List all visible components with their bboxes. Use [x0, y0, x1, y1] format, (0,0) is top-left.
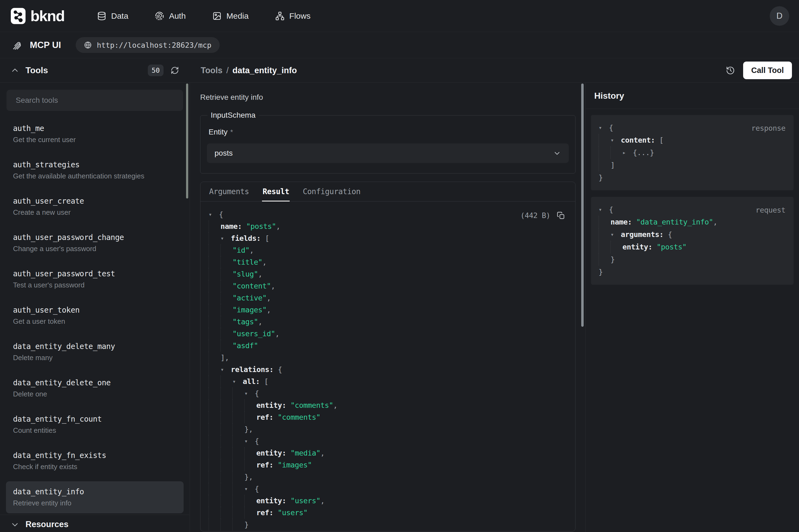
tool-item-data_entity_fn_count[interactable]: data_entity_fn_countCount entities — [6, 408, 184, 441]
tool-item-auth_user_token[interactable]: auth_user_tokenGet a user token — [6, 300, 184, 331]
indent-guide — [221, 483, 232, 495]
history-icon[interactable] — [726, 66, 735, 75]
json-token-punc: {...} — [633, 147, 654, 159]
collapse-toggle-icon[interactable]: ▾ — [221, 364, 231, 376]
indent-guide — [221, 423, 232, 435]
nav-item-flows[interactable]: Flows — [275, 12, 310, 21]
json-token-key: entity: — [256, 447, 290, 459]
tool-item-data_entity_info[interactable]: data_entity_infoRetrieve entity info — [6, 481, 184, 513]
chevron-down-icon — [553, 149, 561, 157]
json-line: name: "data_entity_info", — [598, 216, 786, 228]
indent-guide — [232, 411, 244, 423]
tool-name: auth_user_password_test — [13, 269, 176, 278]
call-tool-button[interactable]: Call Tool — [743, 61, 792, 79]
tool-item-auth_user_password_test[interactable]: auth_user_password_testTest a user's pas… — [6, 263, 184, 295]
indent-guide — [209, 495, 221, 507]
tools-header: Tools 50 — [0, 58, 190, 82]
indent-guide — [221, 387, 232, 399]
sidebar-scrollbar[interactable] — [186, 83, 188, 198]
top-nav: bknd DataAuthMediaFlows D — [0, 0, 799, 32]
network-icon — [275, 12, 285, 21]
collapse-toggle-icon[interactable]: ▾ — [209, 209, 219, 221]
breadcrumb-section[interactable]: Tools — [201, 65, 222, 75]
tool-item-auth_user_password_change[interactable]: auth_user_password_changeChange a user's… — [6, 227, 184, 259]
refresh-icon[interactable] — [171, 66, 179, 75]
resources-section-header[interactable]: Resources — [0, 515, 189, 532]
indent-guide — [598, 228, 610, 241]
indent-guide — [232, 459, 244, 471]
indent-guide — [209, 256, 221, 268]
json-token-key: fields: — [231, 232, 265, 244]
indent-guide — [244, 495, 256, 507]
copy-icon[interactable] — [557, 211, 565, 220]
json-token-punc: }, — [244, 423, 253, 435]
chevron-up-icon[interactable] — [11, 66, 19, 75]
indent-guide — [232, 471, 244, 483]
collapse-toggle-icon[interactable]: ▾ — [244, 387, 255, 399]
nav-item-auth[interactable]: Auth — [155, 12, 186, 21]
tool-item-data_entity_fn_exists[interactable]: data_entity_fn_existsCheck if entity exi… — [6, 445, 184, 477]
mcp-url-pill[interactable]: http://localhost:28623/mcp — [76, 37, 220, 53]
collapse-toggle-icon[interactable]: ▾ — [598, 121, 609, 134]
expand-toggle-icon[interactable]: ▸ — [623, 147, 633, 159]
indent-guide — [232, 423, 244, 435]
json-token-str: "slug" — [232, 268, 258, 280]
history-entry-response[interactable]: response▾{▾content: [▸{...}]} — [591, 115, 794, 190]
collapse-toggle-icon[interactable]: ▾ — [598, 203, 609, 216]
tab-arguments[interactable]: Arguments — [209, 182, 249, 201]
collapse-toggle-icon[interactable]: ▾ — [244, 483, 255, 495]
tool-list: auth_meGet the current userauth_strategi… — [0, 118, 190, 513]
json-line: ▾{ — [209, 209, 567, 221]
json-line: "title", — [209, 256, 567, 268]
tool-item-auth_strategies[interactable]: auth_strategiesGet the available authent… — [6, 154, 184, 186]
json-line: ▾{ — [209, 483, 567, 495]
collapse-toggle-icon[interactable]: ▾ — [610, 228, 621, 241]
json-token-punc: { — [609, 203, 613, 216]
json-token-punc: { — [255, 435, 259, 447]
nav-item-media[interactable]: Media — [212, 12, 249, 21]
json-token-punc: , — [320, 447, 325, 459]
main-scrollbar[interactable] — [581, 83, 584, 327]
json-token-punc: [ — [659, 134, 664, 147]
collapse-toggle-icon[interactable]: ▾ — [610, 134, 621, 147]
history-entry-request[interactable]: request▾{name: "data_entity_info",▾argum… — [591, 197, 794, 285]
json-token-str: "tags" — [232, 316, 258, 328]
sidebar: auth_meGet the current userauth_strategi… — [0, 83, 190, 532]
indent-guide — [209, 376, 221, 387]
json-line: ref: "users" — [209, 507, 567, 519]
tool-item-auth_user_create[interactable]: auth_user_createCreate a new user — [6, 191, 184, 223]
indent-guide — [232, 495, 244, 507]
mcp-logo-icon — [12, 40, 23, 51]
mcp-url: http://localhost:28623/mcp — [97, 41, 212, 49]
json-token-str: "data_entity_info" — [636, 216, 713, 228]
json-token-str: "users_id" — [232, 328, 275, 340]
nav-item-data[interactable]: Data — [97, 12, 128, 21]
tool-description: Delete many — [13, 354, 176, 362]
main-content: Retrieve entity info InputSchema Entity*… — [190, 83, 585, 532]
json-token-key: entity: — [256, 399, 290, 411]
indent-guide — [209, 221, 221, 232]
tool-item-data_entity_delete_many[interactable]: data_entity_delete_manyDelete many — [6, 336, 184, 368]
brand[interactable]: bknd — [10, 7, 64, 25]
json-token-punc: , — [320, 495, 325, 507]
json-token-punc: }, — [244, 471, 253, 483]
collapse-toggle-icon[interactable]: ▾ — [232, 376, 243, 387]
json-token-punc: , — [271, 280, 275, 292]
avatar[interactable]: D — [770, 6, 789, 26]
json-line: ref: "comments" — [209, 411, 567, 423]
entity-select-value: posts — [214, 149, 233, 157]
json-line: }, — [209, 423, 567, 435]
tool-name: data_entity_delete_many — [13, 342, 176, 351]
tool-item-auth_me[interactable]: auth_meGet the current user — [6, 118, 184, 150]
tab-result[interactable]: Result — [262, 182, 290, 201]
tool-name: auth_strategies — [13, 160, 176, 169]
entity-select[interactable]: posts — [207, 144, 569, 163]
result-panel: ArgumentsResultConfiguration (442 B) ▾{n… — [200, 182, 575, 531]
tab-configuration[interactable]: Configuration — [302, 182, 361, 201]
tool-item-data_entity_delete_one[interactable]: data_entity_delete_oneDelete one — [6, 372, 184, 404]
indent-guide — [209, 483, 221, 495]
collapse-toggle-icon[interactable]: ▾ — [244, 435, 255, 447]
history-cards: response▾{▾content: [▸{...}]}request▾{na… — [586, 109, 799, 291]
collapse-toggle-icon[interactable]: ▾ — [221, 232, 231, 244]
search-input[interactable] — [6, 90, 183, 111]
